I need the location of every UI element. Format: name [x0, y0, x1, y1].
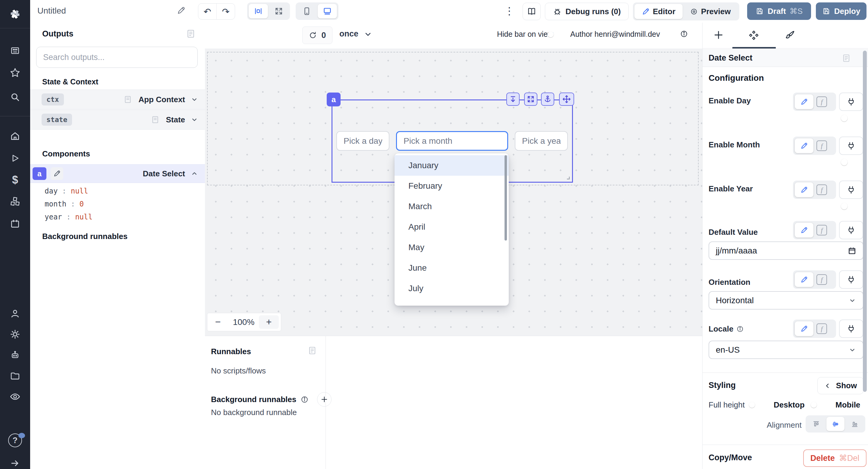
align-top-icon[interactable]: [807, 417, 825, 431]
static-value-pencil-icon[interactable]: [795, 321, 813, 336]
tab-editor[interactable]: Editor: [634, 4, 683, 19]
rename-pencil-icon[interactable]: [177, 6, 186, 15]
month-option[interactable]: February: [395, 176, 509, 196]
connect-plug-icon[interactable]: [839, 221, 863, 239]
ctx-row[interactable]: ctx App Context: [30, 90, 205, 110]
function-mode-icon[interactable]: f: [816, 96, 827, 107]
month-option[interactable]: May: [395, 237, 509, 258]
static-value-pencil-icon[interactable]: [795, 182, 813, 197]
favorites-star-icon[interactable]: [0, 62, 30, 83]
move-component-icon[interactable]: [559, 93, 574, 106]
panel-scrollbar[interactable]: [863, 51, 867, 392]
debug-runs-button[interactable]: Debug runs (0): [545, 3, 629, 20]
align-bottom-icon[interactable]: [846, 417, 864, 431]
anchor-icon[interactable]: [541, 93, 554, 106]
connect-plug-icon[interactable]: [839, 93, 863, 111]
month-option[interactable]: January: [395, 155, 509, 176]
docs-button[interactable]: [523, 3, 541, 20]
expand-canvas-icon[interactable]: [269, 4, 288, 19]
zoom-out-button[interactable]: −: [207, 313, 228, 331]
chevron-down-icon: [848, 346, 856, 354]
month-option[interactable]: April: [395, 217, 509, 237]
apps-icon[interactable]: [0, 40, 30, 61]
expand-sidebar-arrow-icon[interactable]: [0, 453, 30, 469]
month-option[interactable]: June: [395, 258, 509, 278]
draft-button[interactable]: Draft ⌘S: [747, 2, 811, 20]
chevron-down-icon[interactable]: [190, 116, 198, 124]
function-mode-icon[interactable]: f: [816, 184, 827, 195]
default-value-date-input[interactable]: jj/mm/aaaa: [709, 242, 864, 260]
desktop-view-icon[interactable]: [318, 4, 337, 19]
connect-plug-icon[interactable]: [839, 319, 863, 338]
static-value-pencil-icon[interactable]: [795, 272, 813, 287]
search-icon[interactable]: [0, 87, 30, 107]
align-center-icon[interactable]: [827, 417, 844, 431]
month-option[interactable]: March: [395, 196, 509, 217]
doc-icon[interactable]: [307, 346, 317, 355]
component-badge[interactable]: a: [327, 93, 341, 106]
function-mode-icon[interactable]: f: [816, 274, 827, 285]
locale-select[interactable]: en-US: [709, 341, 864, 359]
workers-robot-icon[interactable]: [0, 345, 30, 366]
dropdown-scrollbar[interactable]: [504, 155, 507, 241]
connect-plug-icon[interactable]: [839, 181, 863, 199]
delete-button[interactable]: Delete ⌘Del: [803, 449, 867, 467]
pick-month-input[interactable]: [396, 131, 508, 151]
component-settings-tab-icon[interactable]: [748, 30, 759, 41]
folders-icon[interactable]: [0, 365, 30, 386]
refresh-counter[interactable]: 0: [302, 27, 333, 44]
pick-day-input[interactable]: [336, 131, 390, 151]
tab-preview[interactable]: Preview: [683, 4, 738, 19]
month-option[interactable]: July: [395, 278, 509, 299]
expand-component-icon[interactable]: [524, 93, 537, 106]
resources-cubes-icon[interactable]: [0, 191, 30, 212]
pick-year-input[interactable]: [515, 131, 568, 151]
component-row-selected[interactable]: a Date Select: [30, 164, 205, 183]
variables-dollar-icon[interactable]: $: [0, 169, 30, 190]
home-icon[interactable]: [0, 126, 30, 147]
resize-handle-icon[interactable]: [565, 175, 570, 180]
undo-icon[interactable]: ↶: [198, 4, 217, 19]
search-outputs-input[interactable]: [36, 47, 198, 68]
zoom-in-button[interactable]: +: [259, 315, 279, 329]
info-icon[interactable]: [301, 396, 309, 404]
connect-plug-icon[interactable]: [839, 136, 863, 155]
month-option[interactable]: August: [395, 299, 509, 306]
static-value-pencil-icon[interactable]: [795, 138, 813, 153]
runs-play-icon[interactable]: [0, 148, 30, 169]
users-person-icon[interactable]: [0, 303, 30, 324]
doc-icon[interactable]: [186, 29, 196, 39]
connect-plug-icon[interactable]: [839, 270, 863, 289]
function-mode-icon[interactable]: f: [816, 225, 827, 236]
function-mode-icon[interactable]: f: [816, 323, 827, 334]
insert-component-tab-plus-icon[interactable]: [713, 30, 724, 40]
styling-show-button[interactable]: Show: [817, 377, 864, 394]
fill-height-icon[interactable]: [506, 93, 520, 106]
redo-icon[interactable]: ↷: [217, 4, 235, 19]
schedules-calendar-icon[interactable]: [0, 213, 30, 234]
kebab-menu-icon[interactable]: ⋮: [505, 5, 514, 17]
center-content-icon[interactable]: [249, 4, 268, 19]
chevron-down-icon[interactable]: [190, 96, 198, 103]
static-value-pencil-icon[interactable]: [795, 94, 813, 109]
orientation-label: Orientation: [709, 278, 750, 287]
chevron-down-icon[interactable]: [364, 30, 372, 39]
add-background-runnable-button[interactable]: [317, 392, 332, 407]
rename-pencil-icon[interactable]: [51, 167, 63, 180]
windmill-logo[interactable]: [0, 0, 30, 28]
audit-eye-icon[interactable]: [0, 386, 30, 407]
chevron-up-icon[interactable]: [190, 170, 198, 178]
deploy-button[interactable]: Deploy: [816, 2, 867, 20]
mobile-view-icon[interactable]: [297, 4, 316, 19]
styling-tab-brush-icon[interactable]: [784, 30, 795, 41]
function-mode-icon[interactable]: f: [816, 140, 827, 151]
app-canvas[interactable]: a January February March April May June …: [205, 49, 702, 336]
orientation-select[interactable]: Horizontal: [709, 291, 864, 310]
static-value-pencil-icon[interactable]: [795, 223, 813, 238]
info-icon[interactable]: [680, 30, 688, 38]
settings-gear-icon[interactable]: [0, 324, 30, 345]
doc-icon[interactable]: [841, 53, 851, 63]
refresh-mode-label[interactable]: once: [339, 29, 358, 39]
state-row[interactable]: state State: [30, 110, 205, 130]
help-icon[interactable]: ?: [0, 433, 30, 447]
